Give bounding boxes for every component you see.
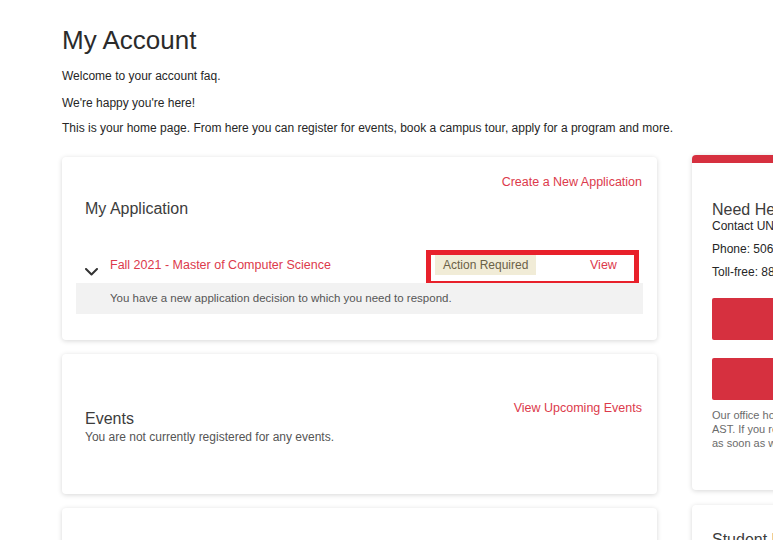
student-life-heading: Student Life xyxy=(712,531,773,540)
events-empty-message: You are not currently registered for any… xyxy=(85,430,334,444)
need-help-heading: Need Help? xyxy=(712,201,773,219)
application-notice-text: You have a new application decision to w… xyxy=(110,283,643,314)
intro-text-1: Welcome to your account faq. xyxy=(62,69,221,83)
events-heading: Events xyxy=(85,410,134,428)
my-application-heading: My Application xyxy=(85,200,188,218)
need-help-card: Need Help? Contact UNB Phone: 506- Toll-… xyxy=(692,155,773,490)
card-accent-bar xyxy=(692,155,773,163)
intro-text-2: We're happy you're here! xyxy=(62,96,195,110)
help-action-button-2[interactable] xyxy=(712,358,773,400)
application-notice-row: You have a new application decision to w… xyxy=(76,283,643,314)
create-new-application-link[interactable]: Create a New Application xyxy=(502,175,642,189)
office-hours-text: Our office ho AST. If you re as soon as … xyxy=(712,408,773,450)
view-application-link[interactable]: View xyxy=(590,258,617,272)
contact-line-2: Phone: 506- xyxy=(712,243,773,255)
intro-text-3: This is your home page. From here you ca… xyxy=(62,121,673,135)
office-hours-line-3: as soon as we xyxy=(712,436,773,450)
contact-info: Contact UNB Phone: 506- Toll-free: 888 xyxy=(712,220,773,289)
office-hours-line-1: Our office ho xyxy=(712,408,773,422)
help-action-button-1[interactable] xyxy=(712,298,773,340)
office-hours-line-2: AST. If you re xyxy=(712,422,773,436)
contact-line-3: Toll-free: 888 xyxy=(712,266,773,278)
view-upcoming-events-link[interactable]: View Upcoming Events xyxy=(514,401,642,415)
application-title-link[interactable]: Fall 2021 - Master of Computer Science xyxy=(110,258,331,272)
student-life-card: Student Life xyxy=(692,505,773,540)
status-badge: Action Required xyxy=(435,255,536,275)
chevron-down-icon[interactable] xyxy=(85,262,98,270)
contact-line-1: Contact UNB xyxy=(712,220,773,232)
events-card: Events View Upcoming Events You are not … xyxy=(62,354,657,494)
my-application-card: Create a New Application My Application … xyxy=(62,157,657,340)
profile-card: My Profile xyxy=(62,508,657,540)
page-title: My Account xyxy=(62,25,196,56)
